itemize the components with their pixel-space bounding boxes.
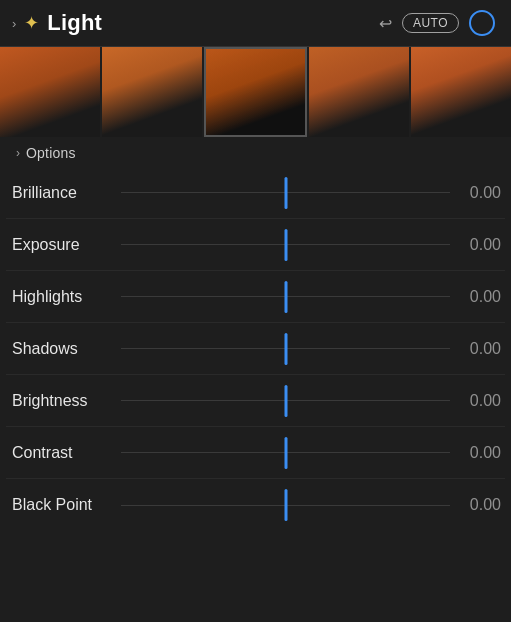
toggle-circle-button[interactable]	[469, 10, 495, 36]
slider-label-shadows: Shadows	[6, 340, 121, 358]
film-frame-0[interactable]	[0, 47, 100, 137]
header-right: ↩ AUTO	[379, 10, 495, 36]
slider-track-highlights[interactable]	[121, 271, 450, 322]
slider-label-highlights: Highlights	[6, 288, 121, 306]
auto-button[interactable]: AUTO	[402, 13, 459, 33]
header-left: › ✦ Light	[12, 10, 379, 36]
slider-value-highlights: 0.00	[450, 288, 505, 306]
film-frame-2[interactable]	[204, 47, 308, 137]
slider-value-shadows: 0.00	[450, 340, 505, 358]
slider-handle-brilliance[interactable]	[284, 177, 287, 209]
slider-label-exposure: Exposure	[6, 236, 121, 254]
slider-value-contrast: 0.00	[450, 444, 505, 462]
reset-icon[interactable]: ↩	[379, 14, 392, 33]
slider-handle-black-point[interactable]	[284, 489, 287, 521]
slider-handle-contrast[interactable]	[284, 437, 287, 469]
panel-title: Light	[47, 10, 102, 36]
film-frame-3[interactable]	[309, 47, 409, 137]
slider-track-black-point[interactable]	[121, 479, 450, 531]
slider-track-contrast[interactable]	[121, 427, 450, 478]
slider-value-black-point: 0.00	[450, 496, 505, 514]
slider-track-brilliance[interactable]	[121, 167, 450, 218]
slider-row-highlights: Highlights 0.00	[6, 271, 505, 323]
slider-track-exposure[interactable]	[121, 219, 450, 270]
slider-handle-brightness[interactable]	[284, 385, 287, 417]
slider-label-brilliance: Brilliance	[6, 184, 121, 202]
slider-label-contrast: Contrast	[6, 444, 121, 462]
slider-row-contrast: Contrast 0.00	[6, 427, 505, 479]
options-section: › Options	[0, 137, 511, 167]
slider-row-brilliance: Brilliance 0.00	[6, 167, 505, 219]
film-frame-4[interactable]	[411, 47, 511, 137]
options-label: Options	[26, 145, 76, 161]
slider-row-brightness: Brightness 0.00	[6, 375, 505, 427]
slider-row-black-point: Black Point 0.00	[6, 479, 505, 531]
slider-handle-exposure[interactable]	[284, 229, 287, 261]
slider-track-brightness[interactable]	[121, 375, 450, 426]
slider-row-exposure: Exposure 0.00	[6, 219, 505, 271]
sliders-list: Brilliance 0.00 Exposure 0.00 Highlights…	[0, 167, 511, 531]
slider-handle-highlights[interactable]	[284, 281, 287, 313]
slider-track-shadows[interactable]	[121, 323, 450, 374]
slider-label-black-point: Black Point	[6, 496, 121, 514]
slider-row-shadows: Shadows 0.00	[6, 323, 505, 375]
options-toggle[interactable]: › Options	[16, 145, 495, 161]
options-chevron-icon: ›	[16, 146, 20, 160]
slider-label-brightness: Brightness	[6, 392, 121, 410]
slider-value-brilliance: 0.00	[450, 184, 505, 202]
slider-value-brightness: 0.00	[450, 392, 505, 410]
slider-value-exposure: 0.00	[450, 236, 505, 254]
slider-handle-shadows[interactable]	[284, 333, 287, 365]
film-frame-1[interactable]	[102, 47, 202, 137]
collapse-chevron-icon[interactable]: ›	[12, 16, 16, 31]
light-sun-icon: ✦	[24, 12, 39, 34]
filmstrip	[0, 47, 511, 137]
panel-header: › ✦ Light ↩ AUTO	[0, 0, 511, 47]
light-panel: › ✦ Light ↩ AUTO ›	[0, 0, 511, 622]
